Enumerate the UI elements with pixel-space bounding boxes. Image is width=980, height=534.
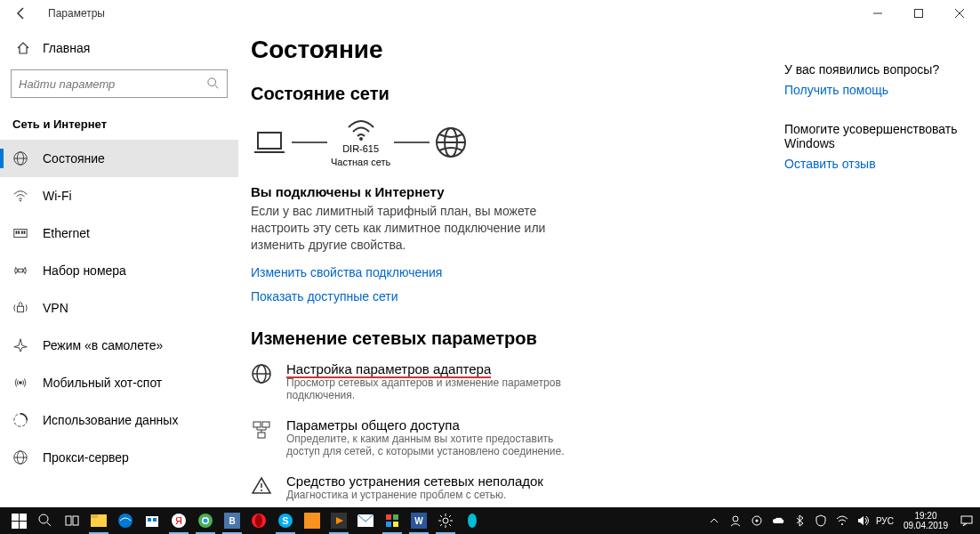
sidebar-item-label: Прокси-сервер: [43, 450, 129, 465]
maximize-button[interactable]: [898, 0, 939, 27]
svg-rect-1: [915, 10, 923, 18]
connection-line: [394, 142, 430, 143]
task-view-button[interactable]: [59, 507, 85, 534]
sidebar-item-label: Ethernet: [43, 226, 90, 240]
help-question: У вас появились вопросы?: [784, 62, 962, 77]
home-icon: [16, 41, 30, 55]
taskbar-app-edge[interactable]: [112, 507, 139, 534]
taskbar-app-store[interactable]: [139, 507, 165, 534]
tray-wifi-icon[interactable]: [834, 515, 850, 526]
sidebar-item-hotspot[interactable]: Мобильный хот-спот: [0, 364, 238, 401]
taskbar-app-mail[interactable]: [352, 507, 379, 534]
back-button[interactable]: [11, 6, 32, 20]
link-feedback[interactable]: Оставить отзыв: [784, 157, 876, 171]
svg-rect-11: [21, 231, 23, 234]
taskbar-app-skype[interactable]: S: [272, 507, 299, 534]
svg-text:B: B: [229, 516, 235, 526]
sidebar-item-label: Использование данных: [43, 413, 178, 427]
tray-date: 09.04.2019: [904, 521, 948, 530]
action-sharing-settings[interactable]: Параметры общего доступа Определите, к к…: [251, 417, 944, 457]
sidebar-item-label: Мобильный хот-спот: [43, 376, 162, 390]
tray-bluetooth-icon[interactable]: [791, 514, 807, 527]
system-tray: РУС 19:20 09.04.2019: [706, 511, 975, 530]
svg-rect-35: [66, 516, 71, 525]
sidebar-item-vpn[interactable]: VPN: [0, 289, 238, 327]
action-troubleshoot[interactable]: Средство устранения сетевых неполадок Ди…: [251, 473, 944, 501]
tray-people-icon[interactable]: [727, 514, 743, 527]
sidebar-item-proxy[interactable]: Прокси-сервер: [0, 439, 238, 476]
svg-rect-13: [18, 269, 22, 272]
svg-line-34: [47, 522, 51, 526]
svg-point-51: [255, 514, 262, 527]
taskbar-app-settings[interactable]: [432, 507, 459, 534]
sidebar-item-dialup[interactable]: Набор номера: [0, 252, 238, 289]
sidebar-item-datausage[interactable]: Использование данных: [0, 401, 238, 439]
svg-text:Я: Я: [175, 515, 182, 526]
tray-defender-icon[interactable]: [813, 514, 829, 527]
tray-volume-icon[interactable]: [855, 515, 872, 526]
taskbar-app-word[interactable]: W: [406, 507, 432, 534]
sidebar-item-airplane[interactable]: Режим «в самолете»: [0, 327, 238, 364]
sidebar-item-wifi[interactable]: Wi-Fi: [0, 177, 238, 214]
search-box[interactable]: [11, 69, 228, 98]
svg-point-7: [20, 200, 21, 202]
ethernet-icon: [12, 225, 28, 241]
wifi-icon: [12, 188, 28, 204]
wifi-type: Частная сеть: [331, 157, 390, 168]
link-change-connection-properties[interactable]: Изменить свойства подключения: [251, 265, 442, 279]
svg-point-21: [359, 137, 363, 141]
action-adapter-settings[interactable]: Настройка параметров адаптера Просмотр с…: [251, 361, 944, 401]
hotspot-icon: [12, 375, 28, 391]
taskbar-app-media[interactable]: [325, 507, 352, 534]
taskbar-app-explorer[interactable]: [85, 507, 112, 534]
tray-clock[interactable]: 19:20 09.04.2019: [898, 511, 953, 530]
sidebar-item-label: Состояние: [43, 151, 105, 166]
tray-onedrive-icon[interactable]: [770, 516, 786, 525]
svg-rect-36: [73, 516, 78, 525]
svg-point-33: [39, 514, 48, 523]
taskbar-search[interactable]: [32, 507, 59, 534]
taskbar-app-chrome[interactable]: [192, 507, 219, 534]
svg-point-47: [204, 519, 208, 523]
svg-rect-10: [18, 231, 20, 234]
svg-rect-29: [262, 422, 269, 427]
sidebar-section-header: Сеть и Интернет: [0, 109, 238, 140]
minimize-button[interactable]: [857, 0, 898, 27]
link-get-help[interactable]: Получить помощь: [784, 83, 888, 97]
link-show-available-networks[interactable]: Показать доступные сети: [251, 289, 398, 303]
svg-point-69: [841, 523, 843, 525]
laptop-icon: [251, 129, 288, 156]
taskbar-app-yandex[interactable]: Я: [165, 507, 192, 534]
tray-language[interactable]: РУС: [877, 516, 893, 526]
svg-rect-58: [386, 514, 391, 520]
start-button[interactable]: [5, 507, 32, 534]
svg-rect-12: [24, 231, 26, 234]
page-title: Состояние: [251, 36, 944, 64]
sidebar-item-status[interactable]: Состояние: [0, 140, 238, 177]
svg-point-2: [208, 78, 216, 86]
taskbar-app-mytarget[interactable]: [299, 507, 325, 534]
search-input[interactable]: [19, 77, 207, 91]
tray-location-icon[interactable]: [749, 515, 765, 526]
sidebar: Главная Сеть и Интернет Состояние Wi-Fi …: [0, 27, 238, 507]
airplane-icon: [12, 337, 28, 353]
taskbar-app-assistant[interactable]: [459, 507, 486, 534]
svg-point-15: [19, 381, 22, 384]
taskbar-app-opera[interactable]: [245, 507, 272, 534]
sidebar-item-label: Набор номера: [43, 263, 126, 278]
sidebar-home[interactable]: Главная: [0, 32, 238, 64]
tray-chevron-up-icon[interactable]: [706, 516, 722, 525]
data-usage-icon: [12, 412, 28, 428]
sharing-icon: [251, 419, 272, 441]
action-title: Средство устранения сетевых неполадок: [286, 473, 543, 489]
close-button[interactable]: [939, 0, 980, 27]
taskbar-app-vk[interactable]: B: [219, 507, 245, 534]
svg-point-66: [733, 516, 738, 522]
connection-line: [292, 142, 327, 143]
sidebar-item-ethernet[interactable]: Ethernet: [0, 214, 238, 252]
tray-notifications-icon[interactable]: [959, 515, 975, 526]
sidebar-item-label: Режим «в самолете»: [43, 338, 163, 352]
wifi-node: DIR-615 Частная сеть: [331, 117, 390, 168]
taskbar-app-game[interactable]: [379, 507, 406, 534]
search-icon: [207, 77, 220, 90]
